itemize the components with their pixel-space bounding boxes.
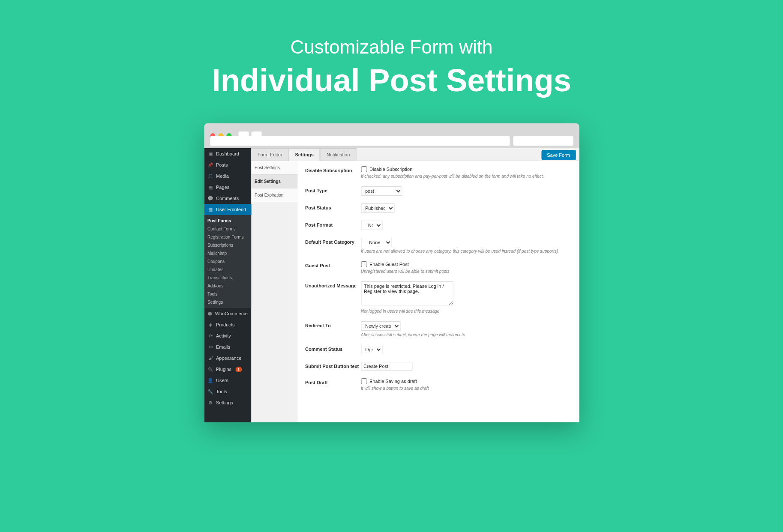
- tab-notification[interactable]: Notification: [320, 148, 356, 161]
- save-form-button[interactable]: Save Form: [541, 150, 576, 160]
- checkbox-post-draft[interactable]: [361, 378, 367, 384]
- label-post-draft: Post Draft: [305, 378, 361, 391]
- submenu-updates[interactable]: Updates: [204, 266, 251, 274]
- browser-address-row: [210, 136, 573, 146]
- submenu-addons[interactable]: Add-ons: [204, 282, 251, 290]
- submenu-tools[interactable]: Tools: [204, 290, 251, 298]
- submenu-coupons[interactable]: Coupons: [204, 257, 251, 266]
- menu-activity[interactable]: ⟳ Activity: [204, 330, 251, 341]
- label-disable-subscription: Disable Subscription: [305, 166, 361, 179]
- submenu-mailchimp[interactable]: Mailchimp: [204, 249, 251, 257]
- checkbox-label-disable-subscription: Disable Subscription: [369, 167, 412, 172]
- tab-form-editor[interactable]: Form Editor: [251, 148, 288, 161]
- menu-user-frontend[interactable]: ▦ User Frontend: [204, 204, 251, 215]
- email-icon: ✉: [207, 344, 213, 350]
- row-disable-subscription: Disable Subscription Disable Subscriptio…: [305, 166, 571, 179]
- browser-window: ▣ Dashboard 📌 Posts 🎵 Media ▤ Pages 💬 Co…: [204, 123, 579, 422]
- menu-plugins[interactable]: 🔌 Plugins 1: [204, 364, 251, 375]
- wp-admin-sidebar: ▣ Dashboard 📌 Posts 🎵 Media ▤ Pages 💬 Co…: [204, 148, 251, 422]
- menu-woocommerce[interactable]: ⬢ WooCommerce: [204, 308, 251, 319]
- checkbox-disable-subscription[interactable]: [361, 166, 367, 172]
- menu-label: Dashboard: [216, 151, 239, 156]
- label-guest-post: Guest Post: [305, 261, 361, 274]
- select-post-status[interactable]: Published: [361, 203, 394, 213]
- submenu-settings[interactable]: Settings: [204, 298, 251, 306]
- hero-title: Individual Post Settings: [0, 62, 783, 99]
- menu-dashboard[interactable]: ▣ Dashboard: [204, 148, 251, 159]
- row-redirect-to: Redirect To Newly created post After suc…: [305, 321, 571, 337]
- help-guest-post: Unregistered users will be able to submi…: [361, 269, 571, 274]
- menu-tools[interactable]: 🔧 Tools: [204, 386, 251, 397]
- menu-label: Emails: [216, 344, 230, 350]
- checkbox-guest-post[interactable]: [361, 261, 367, 267]
- select-comment-status[interactable]: Open: [361, 345, 382, 354]
- submenu-user-frontend: Post Forms Contact Forms Registration Fo…: [204, 215, 251, 308]
- row-guest-post: Guest Post Enable Guest Post Unregistere…: [305, 261, 571, 274]
- hero-subtitle: Customizable Form with: [0, 36, 783, 58]
- help-disable-subscription: If checked, any subscription and pay-per…: [361, 174, 571, 179]
- select-post-format[interactable]: - None -: [361, 221, 382, 230]
- hero-section: Customizable Form with Individual Post S…: [0, 0, 783, 99]
- select-post-type[interactable]: post: [361, 186, 402, 196]
- submenu-post-forms[interactable]: Post Forms: [204, 217, 251, 225]
- tab-settings[interactable]: Settings: [288, 148, 320, 161]
- activity-icon: ⟳: [207, 333, 213, 339]
- submenu-subscriptions[interactable]: Subscriptions: [204, 241, 251, 249]
- label-post-status: Post Status: [305, 203, 361, 213]
- menu-label: Posts: [216, 162, 228, 167]
- menu-label: Media: [216, 173, 229, 179]
- main-area: Form Editor Settings Notification Save F…: [251, 148, 579, 422]
- url-bar[interactable]: [210, 136, 510, 146]
- help-unauthorized-message: Not logged in users will see this messag…: [361, 309, 571, 314]
- row-unauthorized-message: Unauthorized Message Not logged in users…: [305, 281, 571, 314]
- menu-label: Plugins: [216, 367, 231, 372]
- plugin-icon: 🔌: [207, 366, 213, 372]
- pin-icon: 📌: [207, 162, 213, 168]
- checkbox-label-guest-post: Enable Guest Post: [369, 262, 409, 267]
- menu-posts[interactable]: 📌 Posts: [204, 159, 251, 170]
- menu-label: Comments: [216, 196, 239, 201]
- submenu-transactions[interactable]: Transactions: [204, 274, 251, 282]
- menu-settings[interactable]: ⚙ Settings: [204, 397, 251, 408]
- woo-icon: ⬢: [207, 311, 213, 317]
- help-redirect-to: After successfull submit, where the page…: [361, 332, 571, 337]
- row-comment-status: Comment Status Open: [305, 345, 571, 354]
- label-post-type: Post Type: [305, 186, 361, 196]
- row-default-category: Default Post Category – None – If users …: [305, 238, 571, 254]
- checkbox-label-post-draft: Enable Saving as draft: [369, 379, 417, 384]
- row-post-type: Post Type post: [305, 186, 571, 196]
- submenu-registration-forms[interactable]: Registration Forms: [204, 233, 251, 241]
- input-submit-button-text[interactable]: [361, 362, 412, 371]
- row-post-status: Post Status Published: [305, 203, 571, 213]
- settings-nav-post-settings[interactable]: Post Settings: [251, 161, 297, 175]
- settings-nav: Post Settings Edit Settings Post Expirat…: [251, 161, 297, 422]
- form-tabs: Form Editor Settings Notification Save F…: [251, 148, 579, 161]
- menu-label: Settings: [216, 400, 233, 405]
- users-icon: 👤: [207, 377, 213, 383]
- dashboard-icon: ▣: [207, 151, 213, 157]
- menu-appearance[interactable]: 🖌 Appearance: [204, 353, 251, 364]
- app-content: ▣ Dashboard 📌 Posts 🎵 Media ▤ Pages 💬 Co…: [204, 148, 579, 422]
- url-bar-secondary[interactable]: [513, 136, 573, 146]
- page-icon: ▤: [207, 184, 213, 190]
- settings-nav-edit-settings[interactable]: Edit Settings: [251, 175, 297, 188]
- label-redirect-to: Redirect To: [305, 321, 361, 337]
- select-redirect-to[interactable]: Newly created post: [361, 321, 400, 331]
- select-default-category[interactable]: – None –: [361, 238, 392, 247]
- menu-media[interactable]: 🎵 Media: [204, 170, 251, 182]
- menu-pages[interactable]: ▤ Pages: [204, 182, 251, 193]
- menu-comments[interactable]: 💬 Comments: [204, 193, 251, 204]
- menu-label: Tools: [216, 389, 227, 394]
- menu-emails[interactable]: ✉ Emails: [204, 341, 251, 353]
- help-post-draft: It will show a button to save as draft: [361, 386, 571, 391]
- gear-icon: ⚙: [207, 400, 213, 406]
- submenu-contact-forms[interactable]: Contact Forms: [204, 225, 251, 233]
- row-post-draft: Post Draft Enable Saving as draft It wil…: [305, 378, 571, 391]
- menu-users[interactable]: 👤 Users: [204, 375, 251, 386]
- textarea-unauthorized-message[interactable]: [361, 281, 453, 305]
- row-post-format: Post Format - None -: [305, 221, 571, 230]
- settings-nav-post-expiration[interactable]: Post Expiration: [251, 188, 297, 202]
- menu-products[interactable]: ◈ Products: [204, 319, 251, 330]
- form-panel: Disable Subscription Disable Subscriptio…: [297, 161, 579, 422]
- menu-label: Products: [216, 322, 234, 327]
